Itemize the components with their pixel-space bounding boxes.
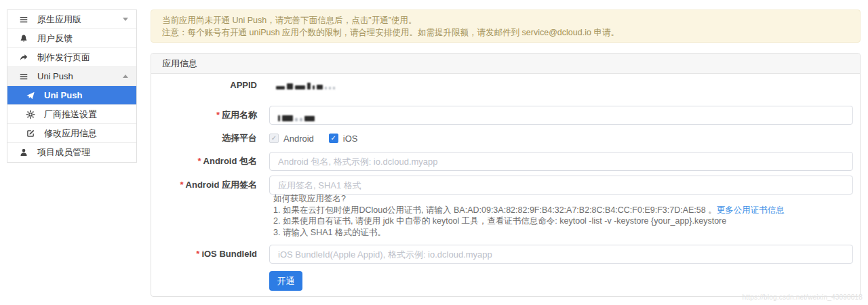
person-icon <box>18 147 29 158</box>
android-checkbox-label: Android <box>283 134 314 144</box>
csdn-watermark: https://blog.csdn.net/weixin_43090018 <box>742 293 863 301</box>
platform-options: Android iOS <box>269 131 372 145</box>
android-package-label: *Android 包名 <box>151 152 257 171</box>
share-arrow-icon <box>18 52 29 63</box>
signature-help-line-2: 2. 如果使用自有证书, 请使用 jdk 中自带的 keytool 工具，查看证… <box>273 216 785 227</box>
chevron-down-icon <box>123 18 128 24</box>
page: 原生应用版 用户反馈 制作发行页面 Uni Push Uni <box>0 0 868 305</box>
android-checkbox[interactable] <box>269 134 279 143</box>
menu-icon <box>18 14 29 25</box>
app-name-input[interactable] <box>269 106 853 125</box>
activate-button[interactable]: 开通 <box>269 271 302 291</box>
sidebar-item-label: 制作发行页面 <box>37 52 90 64</box>
sidebar-item-edit-app-info[interactable]: 修改应用信息 <box>7 124 136 143</box>
sidebar-item-label: 用户反馈 <box>37 33 73 45</box>
platform-label: 选择平台 <box>151 131 257 145</box>
signature-help-line-1: 1. 如果在云打包时使用DCloud公用证书, 请输入 BA:AD:09:3A:… <box>273 205 785 216</box>
sidebar-item-unipush[interactable]: Uni Push <box>7 86 136 105</box>
app-info-panel: 应用信息 APPID *应用名称 选择平台 Android iOS <box>151 53 861 297</box>
bell-icon <box>18 33 29 44</box>
sidebar-item-project-members[interactable]: 项目成员管理 <box>7 143 136 162</box>
ios-checkbox-label: iOS <box>343 134 358 144</box>
android-signature-label: *Android 应用签名 <box>151 176 257 195</box>
android-package-input[interactable] <box>269 152 853 171</box>
sidebar-item-label: 项目成员管理 <box>37 146 90 159</box>
warning-line-1: 当前应用尚未开通 Uni Push，请完善下面信息后，点击"开通"使用。 <box>162 15 849 27</box>
app-name-label: *应用名称 <box>151 106 257 125</box>
signature-help: 如何获取应用签名? 1. 如果在云打包时使用DCloud公用证书, 请输入 BA… <box>273 193 785 238</box>
sidebar-item-label: 修改应用信息 <box>44 127 97 140</box>
sidebar-item-user-feedback[interactable]: 用户反馈 <box>7 29 136 48</box>
sidebar-item-label: Uni Push <box>37 71 73 81</box>
appid-redacted-value <box>276 80 335 92</box>
ios-bundleid-input[interactable] <box>269 245 853 264</box>
required-asterisk: * <box>216 110 220 120</box>
ios-checkbox[interactable] <box>329 134 338 143</box>
edit-icon <box>25 128 36 139</box>
sidebar-item-label: Uni Push <box>44 90 82 100</box>
sidebar-item-native-app[interactable]: 原生应用版 <box>7 10 136 29</box>
sidebar-item-label: 厂商推送设置 <box>44 108 97 121</box>
sidebar: 原生应用版 用户反馈 制作发行页面 Uni Push Uni <box>7 9 137 163</box>
warning-banner: 当前应用尚未开通 Uni Push，请完善下面信息后，点击"开通"使用。 注意：… <box>151 9 861 43</box>
warning-line-2: 注意：每个账号有开通 uniPush 应用个数的限制，请合理安排使用。如需提升限… <box>162 27 849 39</box>
gear-icon <box>25 109 36 120</box>
android-signature-input[interactable] <box>269 176 853 195</box>
signature-help-line-3: 3. 请输入 SHA1 格式的证书。 <box>273 227 785 239</box>
sidebar-item-publish-page[interactable]: 制作发行页面 <box>7 48 136 67</box>
paper-plane-icon <box>25 90 36 101</box>
menu-icon <box>18 71 29 82</box>
appid-label: APPID <box>151 79 257 92</box>
ios-bundleid-label: *iOS BundleId <box>151 245 257 264</box>
chevron-up-icon <box>123 72 128 78</box>
panel-title: 应用信息 <box>151 54 860 74</box>
sidebar-item-label: 原生应用版 <box>37 14 81 26</box>
more-certificates-link[interactable]: 更多公用证书信息 <box>717 205 785 215</box>
signature-help-title: 如何获取应用签名? <box>273 193 785 205</box>
sidebar-item-vendor-push-settings[interactable]: 厂商推送设置 <box>7 105 136 124</box>
sidebar-item-unipush-group[interactable]: Uni Push <box>7 67 136 86</box>
